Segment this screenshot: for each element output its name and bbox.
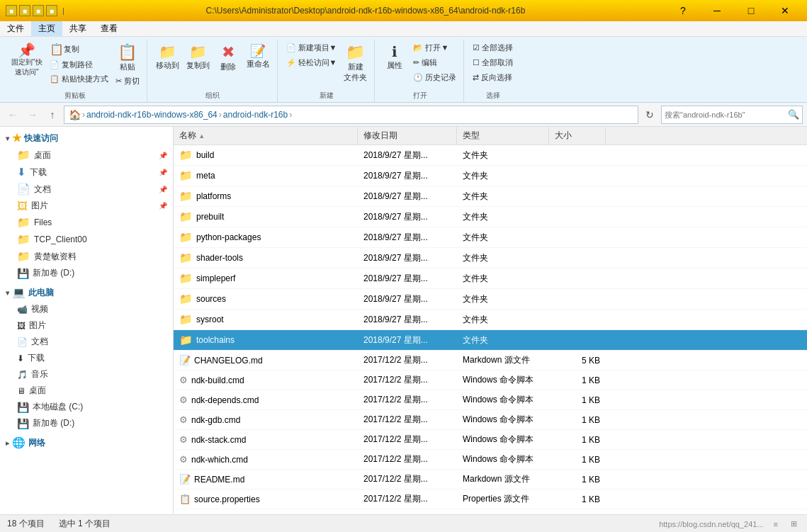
file-size-cell [549, 297, 606, 301]
downloads-folder-icon: ⬇ [17, 166, 26, 179]
path-separator: | [62, 6, 64, 15]
ribbon-history-button[interactable]: 🕐 历史记录 [410, 71, 459, 84]
sidebar-item-files[interactable]: 📁 Files [0, 214, 173, 231]
sidebar-item-downloads[interactable]: ⬇ 下载 📌 [0, 164, 173, 181]
menu-bar: 文件 主页 共享 查看 [0, 21, 807, 37]
sidebar-item-newvolume-d[interactable]: 💾 新加卷 (D:) [0, 265, 173, 281]
ribbon-copy-path-button[interactable]: 📄 复制路径 [47, 58, 111, 72]
path-segment-1[interactable]: android-ndk-r16b-windows-x86_64 [86, 110, 218, 120]
refresh-button[interactable]: ↻ [641, 106, 658, 123]
sidebar-item-desktop[interactable]: 📁 桌面 📌 [0, 147, 173, 164]
ribbon-cut-button[interactable]: ✂ 剪切 [113, 74, 142, 88]
file-date-cell: 2017/12/2 星期... [358, 431, 457, 448]
forward-button[interactable]: → [24, 106, 41, 123]
sidebar-item-tcpclient[interactable]: 📁 TCP_Client00 [0, 231, 173, 248]
sidebar-item-newvolume-d2[interactable]: 💾 新加卷 (D:) [0, 415, 173, 431]
ribbon-delete-button[interactable]: ✖ 删除 [214, 41, 242, 74]
table-row[interactable]: 📁 platforms 2018/9/27 星期... 文件夹 [174, 186, 807, 207]
ribbon-move-button[interactable]: 📁 移动到 [153, 41, 182, 73]
sidebar-network-header[interactable]: ▸ 🌐 网络 [0, 434, 173, 451]
file-type-cell: 文件夹 [457, 168, 549, 184]
ribbon-copy-button[interactable]: 📋 复制 [47, 41, 111, 57]
menu-share[interactable]: 共享 [62, 21, 94, 36]
table-row[interactable]: ⚙ ndk-stack.cmd 2017/12/2 星期... Windows … [174, 430, 807, 450]
col-header-name[interactable]: 名称 ▲ [174, 127, 358, 145]
view-details-button[interactable]: ≡ [771, 519, 781, 530]
ribbon-new-item-button[interactable]: 📄 新建项目▼ [283, 41, 340, 55]
sidebar-item-desktop2[interactable]: 🖥 桌面 [0, 383, 173, 399]
file-name-cell: 📁 toolchains [174, 332, 358, 349]
sidebar-thispc-header[interactable]: ▾ 💻 此电脑 [0, 284, 173, 301]
ribbon-rename-button[interactable]: 📝 重命名 [244, 41, 273, 72]
table-row[interactable]: ⚙ ndk-build.cmd 2017/12/2 星期... Windows … [174, 370, 807, 390]
sidebar-item-downloads2[interactable]: ⬇ 下载 [0, 350, 173, 366]
table-row[interactable]: ⚙ ndk-which.cmd 2017/12/2 星期... Windows … [174, 450, 807, 470]
table-row[interactable]: 📝 CHANGELOG.md 2017/12/2 星期... Markdown … [174, 351, 807, 370]
sidebar-item-huangchu[interactable]: 📁 黄楚敏资料 [0, 248, 173, 265]
menu-file[interactable]: 文件 [0, 21, 31, 36]
table-row[interactable]: 📁 sysroot 2018/9/27 星期... 文件夹 [174, 310, 807, 330]
table-row[interactable]: 📁 meta 2018/9/27 星期... 文件夹 [174, 166, 807, 186]
address-path[interactable]: 🏠 › android-ndk-r16b-windows-x86_64 › an… [64, 106, 638, 124]
table-row[interactable]: 📝 README.md 2017/12/2 星期... Markdown 源文件… [174, 470, 807, 489]
ribbon-properties-button[interactable]: ℹ 属性 [380, 41, 409, 73]
ribbon-open-button[interactable]: 📂 打开▼ [410, 41, 459, 55]
ribbon-select-all-button[interactable]: ☑ 全部选择 [470, 41, 516, 55]
sidebar-item-documents2[interactable]: 📄 文档 [0, 334, 173, 350]
cut-label: 剪切 [124, 76, 140, 86]
table-row[interactable]: 📋 source.properties 2017/12/2 星期... Prop… [174, 489, 807, 509]
ribbon-new-folder-button[interactable]: 📁 新建文件夹 [341, 41, 370, 85]
menu-home[interactable]: 主页 [31, 21, 62, 36]
file-list-header: 名称 ▲ 修改日期 类型 大小 [174, 127, 807, 145]
sidebar-item-documents[interactable]: 📄 文档 📌 [0, 181, 173, 198]
sidebar-item-music[interactable]: 🎵 音乐 [0, 366, 173, 383]
file-name: ndk-depends.cmd [191, 395, 259, 405]
search-input[interactable] [665, 111, 788, 119]
file-name: source.properties [194, 494, 260, 504]
ribbon-invert-selection-button[interactable]: ⇄ 反向选择 [470, 71, 515, 84]
col-header-size[interactable]: 大小 [549, 127, 606, 145]
ribbon-deselect-all-button[interactable]: ☐ 全部取消 [470, 56, 516, 69]
table-row[interactable]: 📁 shader-tools 2018/9/27 星期... 文件夹 [174, 248, 807, 268]
table-row[interactable]: 📁 prebuilt 2018/9/27 星期... 文件夹 [174, 207, 807, 227]
up-button[interactable]: ↑ [44, 106, 61, 123]
col-header-type[interactable]: 类型 [457, 127, 549, 145]
minimize-button[interactable]: ─ [701, 0, 733, 21]
ribbon-group-new: 📄 新建项目▼ ⚡ 轻松访问▼ 📁 新建文件夹 新建 [279, 40, 376, 102]
view-icons-button[interactable]: ⊞ [788, 518, 800, 530]
sidebar-quickaccess-header[interactable]: ▾ ★ 快速访问 [0, 130, 173, 147]
ribbon-edit-button[interactable]: ✏ 编辑 [410, 56, 459, 69]
ribbon-row-new: 📄 新建项目▼ ⚡ 轻松访问▼ 📁 新建文件夹 [283, 41, 371, 88]
ribbon-paste-shortcut-button[interactable]: 📋 粘贴快捷方式 [47, 72, 111, 86]
file-type-cell: Properties 源文件 [457, 491, 549, 507]
sidebar-item-video[interactable]: 📹 视频 [0, 301, 173, 317]
new-folder-label: 新建文件夹 [344, 62, 367, 83]
table-row[interactable]: ⚙ ndk-gdb.cmd 2017/12/2 星期... Windows 命令… [174, 410, 807, 430]
ribbon-paste-button[interactable]: 📋 粘贴 [113, 41, 142, 74]
file-name: sources [196, 294, 226, 304]
search-box[interactable]: 🔍 [661, 106, 803, 124]
table-row[interactable]: 📁 python-packages 2018/9/27 星期... 文件夹 [174, 227, 807, 248]
close-button[interactable]: ✕ [769, 0, 801, 21]
menu-view[interactable]: 查看 [94, 21, 125, 36]
table-row[interactable]: ⚙ ndk-depends.cmd 2017/12/2 星期... Window… [174, 390, 807, 410]
sidebar-item-local-c[interactable]: 💾 本地磁盘 (C:) [0, 399, 173, 415]
ribbon-copyto-button[interactable]: 📁 复制到 [184, 41, 213, 73]
table-row[interactable]: 📁 simpleperf 2018/9/27 星期... 文件夹 [174, 268, 807, 289]
ribbon-easy-access-button[interactable]: ⚡ 轻松访问▼ [283, 56, 340, 69]
sidebar-item-pictures2[interactable]: 🖼 图片 [0, 317, 173, 334]
sidebar-item-pictures[interactable]: 🖼 图片 📌 [0, 198, 173, 214]
file-name-cell: 📝 CHANGELOG.md [174, 353, 358, 368]
deselect-all-label: 全部取消 [482, 57, 513, 68]
path-segment-2[interactable]: android-ndk-r16b [223, 110, 288, 120]
ribbon-pin-button[interactable]: 📌 固定到"快速访问" [9, 41, 45, 79]
help-button[interactable]: ? [667, 0, 699, 21]
table-row[interactable]: 📁 sources 2018/9/27 星期... 文件夹 [174, 289, 807, 310]
table-row[interactable]: 📁 toolchains 2018/9/27 星期... 文件夹 [174, 330, 807, 351]
table-row[interactable]: 📁 build 2018/9/27 星期... 文件夹 [174, 145, 807, 166]
maximize-button[interactable]: □ [735, 0, 767, 21]
newvolume-d2-icon: 💾 [17, 418, 29, 429]
col-header-date[interactable]: 修改日期 [358, 127, 457, 145]
back-button[interactable]: ← [4, 106, 21, 123]
path-sep-3: › [289, 110, 292, 120]
